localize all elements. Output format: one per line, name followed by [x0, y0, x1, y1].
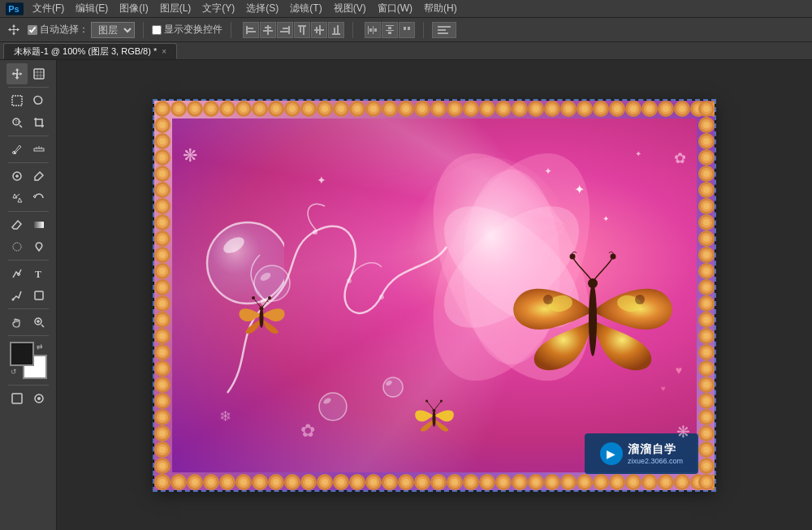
menu-filter[interactable]: 滤镜(T): [285, 0, 326, 17]
shape-tool-button[interactable]: [28, 285, 50, 306]
align-buttons-group: [243, 22, 344, 38]
quick-mask-button[interactable]: [28, 388, 50, 409]
path-select-button[interactable]: [6, 285, 28, 306]
distribute-center-button[interactable]: [382, 22, 398, 38]
align-top-button[interactable]: [294, 22, 310, 38]
tab-close-button[interactable]: ×: [162, 47, 166, 56]
svg-rect-2: [246, 26, 248, 34]
canvas-wrapper: ❋ ✿ ❋ ✿ ❄ ✦ ✦ ✦ ✦ ✦ ♥ ♥ ▶: [154, 101, 715, 490]
marquee-tool-button[interactable]: [6, 90, 28, 111]
blur-tool-button[interactable]: [6, 236, 28, 257]
separator-4: [423, 22, 424, 38]
eyedropper-tool-button[interactable]: [6, 139, 28, 160]
ruler-tool-button[interactable]: [28, 139, 50, 160]
svg-rect-7: [263, 30, 273, 32]
butterfly-small-left: [235, 295, 288, 336]
svg-point-48: [37, 397, 41, 400]
pen-tool-button[interactable]: [6, 263, 28, 284]
reset-colors-button[interactable]: ↺: [11, 368, 20, 377]
auto-select-checkbox[interactable]: [28, 25, 37, 35]
canvas-tab[interactable]: 未标题-1 @ 100% (图层 3, RGB/8) * ×: [3, 43, 177, 59]
zoom-tool-button[interactable]: [28, 312, 50, 333]
text-tool-button[interactable]: T: [28, 263, 50, 284]
svg-rect-3: [248, 28, 253, 29]
svg-point-67: [347, 278, 352, 283]
swap-colors-button[interactable]: ⇄: [37, 343, 46, 352]
tool-row-5: [6, 166, 50, 187]
menu-image[interactable]: 图像(I): [114, 0, 153, 17]
dodge-tool-button[interactable]: [28, 236, 50, 257]
separator-2: [231, 22, 231, 38]
artboard-tool-button[interactable]: [28, 63, 50, 84]
menu-bar: Ps 文件(F) 编辑(E) 图像(I) 图层(L) 文字(Y) 选择(S) 滤…: [0, 0, 812, 18]
butterfly-large: [503, 247, 682, 377]
svg-rect-46: [12, 394, 22, 403]
menu-window[interactable]: 窗口(W): [373, 0, 417, 17]
main-layout: T ↺ ⇄: [0, 60, 812, 530]
align-middle-button[interactable]: [311, 22, 327, 38]
eraser-tool-button[interactable]: [6, 214, 28, 235]
align-right-button[interactable]: [277, 22, 293, 38]
layer-align-button[interactable]: [432, 22, 456, 38]
lasso-tool-button[interactable]: [28, 90, 50, 111]
tool-separator-1: [8, 87, 49, 88]
svg-rect-24: [386, 25, 394, 26]
menu-layer[interactable]: 图层(L): [155, 0, 197, 17]
align-left-button[interactable]: [243, 22, 259, 38]
svg-point-80: [635, 295, 645, 304]
spot-heal-button[interactable]: [6, 166, 28, 187]
gradient-tool-button[interactable]: [28, 214, 50, 235]
hand-tool-button[interactable]: [6, 312, 28, 333]
canvas-area[interactable]: ❋ ✿ ❋ ✿ ❄ ✦ ✦ ✦ ✦ ✦ ♥ ♥ ▶: [57, 60, 812, 530]
menu-view[interactable]: 视图(V): [329, 0, 371, 17]
svg-point-81: [589, 283, 597, 356]
history-brush-button[interactable]: [28, 187, 50, 209]
distribute-right-button[interactable]: [399, 22, 415, 38]
svg-rect-44: [35, 291, 43, 299]
svg-point-79: [543, 295, 553, 304]
svg-rect-16: [319, 25, 321, 35]
move-tool-button[interactable]: [6, 63, 28, 84]
tab-bar: 未标题-1 @ 100% (图层 3, RGB/8) * ×: [0, 42, 812, 60]
bubble-small-3: [382, 376, 404, 401]
tool-separator-2: [8, 136, 49, 136]
svg-rect-37: [34, 149, 44, 151]
ps-logo: Ps: [3, 0, 26, 18]
quick-select-tool-button[interactable]: [6, 112, 28, 133]
svg-rect-31: [438, 29, 446, 31]
auto-select-dropdown[interactable]: 图层 组: [91, 22, 135, 38]
menu-file[interactable]: 文件(F): [28, 0, 69, 17]
show-transform-checkbox[interactable]: [152, 25, 162, 35]
butterfly-small-center: [412, 399, 457, 433]
svg-point-82: [588, 278, 598, 288]
svg-rect-27: [388, 32, 391, 34]
menu-text[interactable]: 文字(Y): [197, 0, 240, 17]
svg-rect-53: [154, 474, 715, 490]
distribute-left-button[interactable]: [365, 22, 381, 38]
menu-help[interactable]: 帮助(H): [419, 0, 462, 17]
tool-row-8: [6, 236, 50, 257]
show-transform-label: 显示变换控件: [164, 23, 222, 37]
clone-stamp-button[interactable]: [6, 187, 28, 209]
svg-rect-19: [337, 25, 339, 33]
crop-tool-button[interactable]: [28, 112, 50, 133]
tool-row-3: [6, 112, 50, 133]
svg-point-88: [268, 296, 271, 299]
canvas-artwork: ❋ ✿ ❋ ✿ ❄ ✦ ✦ ✦ ✦ ✦ ♥ ♥ ▶: [154, 101, 715, 490]
svg-rect-34: [12, 96, 22, 106]
tool-row-6: [6, 187, 50, 209]
menu-edit[interactable]: 编辑(E): [71, 0, 113, 17]
screen-mode-button[interactable]: [6, 388, 28, 409]
frame-left-border: [154, 101, 171, 490]
tool-row-12: [6, 388, 50, 409]
menu-select[interactable]: 选择(S): [241, 0, 283, 17]
svg-rect-21: [373, 26, 374, 34]
align-bottom-button[interactable]: [328, 22, 344, 38]
tool-separator-7: [8, 335, 49, 336]
sparkle-3: ✦: [603, 214, 609, 223]
svg-rect-58: [698, 101, 715, 490]
align-center-h-button[interactable]: [260, 22, 276, 38]
move-tool-icon: [5, 21, 23, 39]
foreground-color-swatch[interactable]: [10, 342, 34, 366]
brush-tool-button[interactable]: [28, 166, 50, 187]
